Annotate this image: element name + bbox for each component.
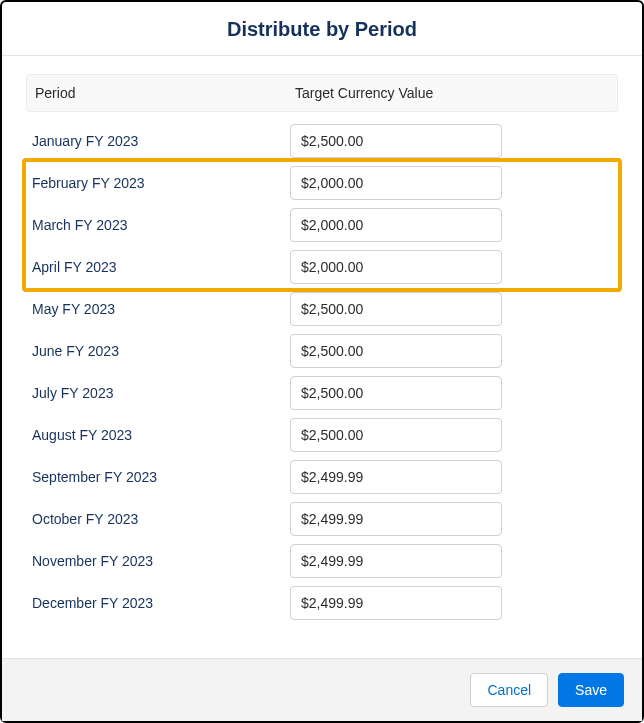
header-value: Target Currency Value (295, 85, 609, 101)
period-label: September FY 2023 (30, 469, 290, 485)
target-value-input[interactable] (290, 334, 502, 368)
target-value-input[interactable] (290, 460, 502, 494)
value-cell (290, 460, 502, 494)
value-cell (290, 418, 502, 452)
dialog-footer: Cancel Save (2, 658, 642, 721)
value-cell (290, 208, 502, 242)
target-value-input[interactable] (290, 124, 502, 158)
target-value-input[interactable] (290, 586, 502, 620)
target-value-input[interactable] (290, 208, 502, 242)
header-period: Period (35, 85, 295, 101)
period-label: June FY 2023 (30, 343, 290, 359)
value-cell (290, 124, 502, 158)
value-cell (290, 292, 502, 326)
period-label: May FY 2023 (30, 301, 290, 317)
value-cell (290, 250, 502, 284)
table-row: September FY 2023 (26, 456, 618, 498)
distribute-dialog: Distribute by Period Period Target Curre… (0, 0, 644, 723)
dialog-content: Period Target Currency Value January FY … (2, 56, 642, 658)
period-label: March FY 2023 (30, 217, 290, 233)
table-row: August FY 2023 (26, 414, 618, 456)
value-cell (290, 544, 502, 578)
table-row: April FY 2023 (26, 246, 618, 288)
table-row: October FY 2023 (26, 498, 618, 540)
table-row: May FY 2023 (26, 288, 618, 330)
period-label: December FY 2023 (30, 595, 290, 611)
period-label: January FY 2023 (30, 133, 290, 149)
value-cell (290, 376, 502, 410)
period-label: July FY 2023 (30, 385, 290, 401)
table-row: July FY 2023 (26, 372, 618, 414)
period-label: August FY 2023 (30, 427, 290, 443)
target-value-input[interactable] (290, 502, 502, 536)
value-cell (290, 334, 502, 368)
table-row: December FY 2023 (26, 582, 618, 624)
target-value-input[interactable] (290, 250, 502, 284)
target-value-input[interactable] (290, 292, 502, 326)
cancel-button[interactable]: Cancel (470, 673, 548, 707)
period-label: April FY 2023 (30, 259, 290, 275)
target-value-input[interactable] (290, 166, 502, 200)
value-cell (290, 586, 502, 620)
table-header-row: Period Target Currency Value (26, 74, 618, 112)
period-label: February FY 2023 (30, 175, 290, 191)
target-value-input[interactable] (290, 376, 502, 410)
dialog-title: Distribute by Period (2, 2, 642, 55)
value-cell (290, 502, 502, 536)
table-row: November FY 2023 (26, 540, 618, 582)
value-cell (290, 166, 502, 200)
rows-wrapper: January FY 2023February FY 2023March FY … (26, 120, 618, 624)
table-row: June FY 2023 (26, 330, 618, 372)
period-label: October FY 2023 (30, 511, 290, 527)
target-value-input[interactable] (290, 544, 502, 578)
period-label: November FY 2023 (30, 553, 290, 569)
table-row: January FY 2023 (26, 120, 618, 162)
table-row: February FY 2023 (26, 162, 618, 204)
table-row: March FY 2023 (26, 204, 618, 246)
target-value-input[interactable] (290, 418, 502, 452)
save-button[interactable]: Save (558, 673, 624, 707)
